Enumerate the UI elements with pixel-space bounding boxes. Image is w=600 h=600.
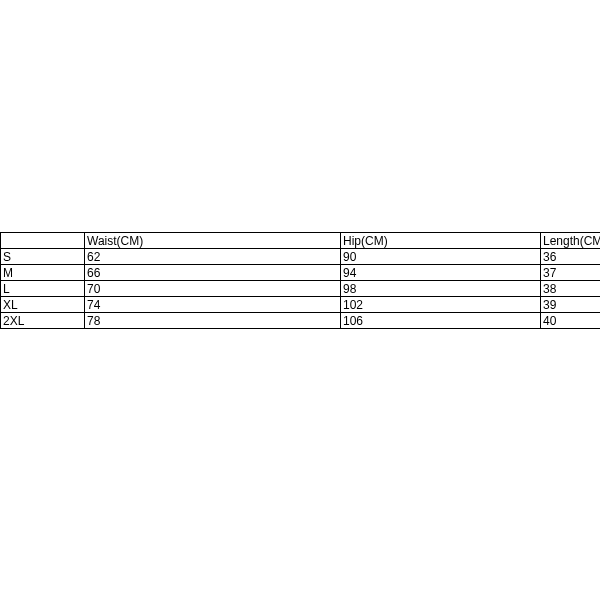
cell-waist: 74 — [85, 297, 341, 313]
header-size — [1, 233, 85, 249]
table-row: 2XL 78 106 40 — [1, 313, 601, 329]
table-row: L 70 98 38 — [1, 281, 601, 297]
cell-length: 36 — [541, 249, 601, 265]
cell-hip: 98 — [341, 281, 541, 297]
header-length: Length(CM) — [541, 233, 601, 249]
table-row: S 62 90 36 — [1, 249, 601, 265]
header-waist: Waist(CM) — [85, 233, 341, 249]
table-header-row: Waist(CM) Hip(CM) Length(CM) — [1, 233, 601, 249]
size-table-container: Waist(CM) Hip(CM) Length(CM) S 62 90 36 … — [0, 232, 600, 329]
cell-size: S — [1, 249, 85, 265]
table-row: XL 74 102 39 — [1, 297, 601, 313]
cell-length: 40 — [541, 313, 601, 329]
cell-hip: 106 — [341, 313, 541, 329]
size-table: Waist(CM) Hip(CM) Length(CM) S 62 90 36 … — [0, 232, 600, 329]
cell-waist: 62 — [85, 249, 341, 265]
cell-hip: 94 — [341, 265, 541, 281]
cell-size: 2XL — [1, 313, 85, 329]
cell-hip: 90 — [341, 249, 541, 265]
cell-size: M — [1, 265, 85, 281]
cell-length: 37 — [541, 265, 601, 281]
cell-waist: 66 — [85, 265, 341, 281]
cell-waist: 70 — [85, 281, 341, 297]
cell-waist: 78 — [85, 313, 341, 329]
cell-size: L — [1, 281, 85, 297]
cell-length: 38 — [541, 281, 601, 297]
header-hip: Hip(CM) — [341, 233, 541, 249]
table-row: M 66 94 37 — [1, 265, 601, 281]
cell-size: XL — [1, 297, 85, 313]
cell-length: 39 — [541, 297, 601, 313]
cell-hip: 102 — [341, 297, 541, 313]
